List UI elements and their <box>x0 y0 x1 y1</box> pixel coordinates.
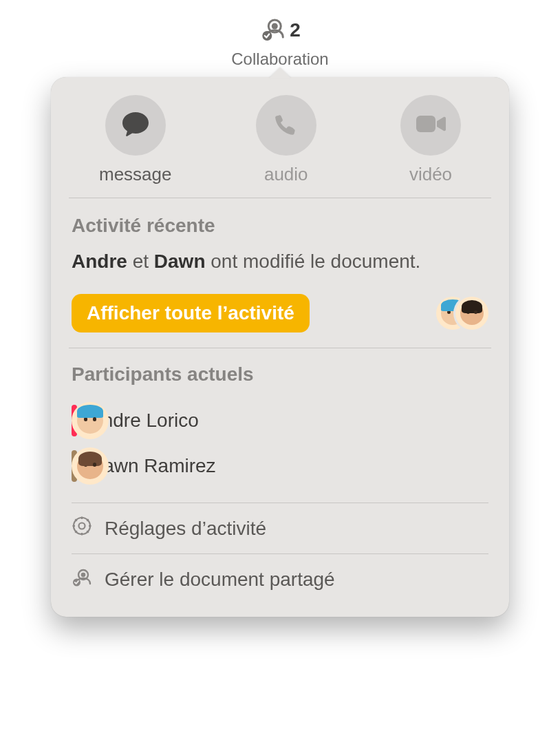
collaboration-icon <box>259 15 287 45</box>
message-icon <box>120 108 151 142</box>
participants-title: Participants actuels <box>72 363 488 385</box>
collaboration-popover: message audio <box>51 77 509 617</box>
phone-icon <box>271 109 301 142</box>
video-icon <box>413 110 448 140</box>
recent-activity-title: Activité récente <box>72 215 488 237</box>
manage-shared-document-label: Gérer le document partagé <box>105 569 335 591</box>
avatar <box>72 402 109 439</box>
activity-person-1: Andre <box>72 251 127 272</box>
audio-button[interactable]: audio <box>256 95 316 185</box>
message-label: message <box>99 164 172 185</box>
message-button[interactable]: message <box>99 95 172 185</box>
avatar <box>72 447 109 485</box>
show-all-activity-button[interactable]: Afficher toute l’activité <box>72 294 310 332</box>
participants-section: Participants actuels Andre Lorico Dawn R… <box>51 348 509 503</box>
svg-point-15 <box>81 573 86 578</box>
collaboration-label: Collaboration <box>231 50 328 69</box>
recent-activity-section: Activité récente Andre et Dawn ont modif… <box>51 198 509 348</box>
audio-label: audio <box>264 164 308 185</box>
communication-row: message audio <box>51 77 509 198</box>
activity-settings-item[interactable]: Réglages d’activité <box>51 503 509 553</box>
activity-settings-label: Réglages d’activité <box>105 518 266 540</box>
activity-avatar-stack <box>436 295 488 331</box>
svg-point-1 <box>272 23 278 30</box>
video-button[interactable]: vidéo <box>400 95 461 185</box>
manage-shared-document-item[interactable]: Gérer le document partagé <box>51 554 509 604</box>
share-icon <box>72 567 92 592</box>
collaboration-count: 2 <box>290 19 301 41</box>
activity-person-2: Dawn <box>154 251 206 272</box>
video-label: vidéo <box>409 164 452 185</box>
collaboration-toolbar-item[interactable]: 2 Collaboration <box>231 15 328 69</box>
svg-rect-3 <box>416 116 435 132</box>
gear-icon <box>72 516 92 541</box>
svg-point-5 <box>79 523 85 529</box>
avatar <box>455 297 488 330</box>
participant-row[interactable]: Dawn Ramirez <box>72 443 488 489</box>
participant-row[interactable]: Andre Lorico <box>72 398 488 443</box>
activity-summary: Andre et Dawn ont modifié le document. <box>72 249 488 273</box>
